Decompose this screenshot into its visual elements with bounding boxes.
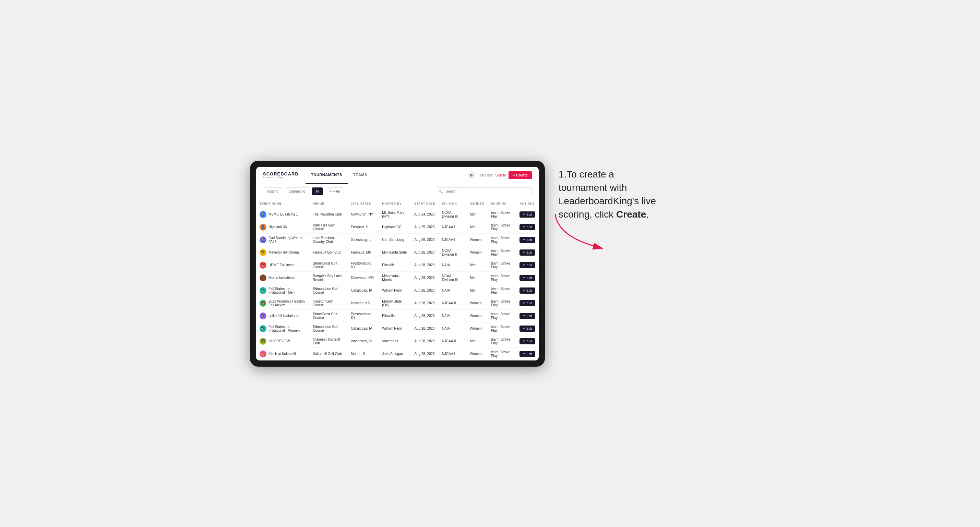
cell-actions: ✏ Edit xyxy=(516,297,539,310)
create-button[interactable]: + Create xyxy=(509,171,532,179)
cell-gender: Men xyxy=(466,335,488,348)
cell-city-state: Galesburg, IL xyxy=(347,233,379,246)
cell-start-date: Aug 25, 2023 xyxy=(411,221,439,233)
sign-in-link[interactable]: Sign In xyxy=(495,173,506,177)
cell-division: NCAA Division III xyxy=(439,271,466,284)
tab-tournaments[interactable]: TOURNAMENTS xyxy=(305,167,348,184)
tournaments-table: EVENT NAME VENUE CITY, STATE HOSTED BY S… xyxy=(256,199,539,360)
table-row: 👤 Highland 36 Park Hills Golf Course Fre… xyxy=(256,221,539,233)
col-gender: GENDER xyxy=(466,199,488,208)
cell-start-date: Aug 28, 2023 xyxy=(411,310,439,322)
cell-scoring: team, Stroke Play xyxy=(488,221,516,233)
edit-button[interactable]: ✏ Edit xyxy=(520,313,535,319)
cell-scoring: team, Stroke Play xyxy=(488,208,516,221)
cell-venue: StoneCrest Golf Course xyxy=(309,310,347,322)
app-header: SCOREBOARD Powered by Clipp TOURNAMENTS … xyxy=(256,167,539,184)
cell-scoring: team, Stroke Play xyxy=(488,259,516,271)
cell-scoring: team, Stroke Play xyxy=(488,284,516,297)
cell-venue: Faribault Golf Club xyxy=(309,246,347,259)
event-icon: 🐻 xyxy=(259,338,266,345)
cell-gender: Women xyxy=(466,297,488,310)
cell-city-state: Deerwood, MN xyxy=(347,271,379,284)
cell-venue: Edmundson Golf Course xyxy=(309,322,347,335)
competing-filter-button[interactable]: Competing xyxy=(285,187,309,195)
cell-division: NCAA Division III xyxy=(439,208,466,221)
filter-advanced-button[interactable]: ≡ Filter xyxy=(326,187,344,195)
edit-button[interactable]: ✏ Edit xyxy=(520,325,535,332)
edit-button[interactable]: ✏ Edit xyxy=(520,338,535,344)
cell-gender: Men xyxy=(466,271,488,284)
search-input[interactable] xyxy=(436,187,532,195)
edit-button[interactable]: ✏ Edit xyxy=(520,211,535,217)
cell-hosted-by: Carl Sandburg xyxy=(379,233,411,246)
cell-gender: Men xyxy=(466,259,488,271)
event-icon: 🐾 xyxy=(259,275,266,281)
cell-city-state: Freeport, IL xyxy=(347,221,379,233)
cell-gender: Men xyxy=(466,208,488,221)
cell-event-name: 🏌 MSMC Qualifying 1 xyxy=(256,208,309,221)
cell-city-state: Prestonsburg, KY xyxy=(347,259,379,271)
edit-button[interactable]: ✏ Edit xyxy=(520,224,535,230)
cell-gender: Women xyxy=(466,348,488,360)
col-hosted-by: HOSTED BY xyxy=(379,199,411,208)
edit-button[interactable]: ✏ Edit xyxy=(520,275,535,281)
cell-actions: ✏ Edit xyxy=(516,221,539,233)
table-row: 🦅 Fall Statesmen Invitational - Women Ed… xyxy=(256,322,539,335)
table-row: 🦅 upike fall invitational StoneCrest Gol… xyxy=(256,310,539,322)
edit-button[interactable]: ✏ Edit xyxy=(520,237,535,243)
cell-gender: Men xyxy=(466,221,488,233)
table-row: 🏌 MSMC Qualifying 1 The Powelton Club Ne… xyxy=(256,208,539,221)
col-start-date: START DATE xyxy=(411,199,439,208)
cell-actions: ✏ Edit xyxy=(516,284,539,297)
cell-start-date: Aug 28, 2023 xyxy=(411,322,439,335)
cell-start-date: Aug 28, 2023 xyxy=(411,246,439,259)
cell-event-name: 🐾 Morris Invitational xyxy=(256,271,309,284)
tablet-device: SCOREBOARD Powered by Clipp TOURNAMENTS … xyxy=(250,161,545,367)
cell-actions: ✏ Edit xyxy=(516,233,539,246)
table-row: 🐆 Klash at Kokopelli Kokopelli Golf Club… xyxy=(256,348,539,360)
cell-actions: ✏ Edit xyxy=(516,322,539,335)
cell-city-state: Marion, IL xyxy=(347,348,379,360)
search-icon: 🔍 xyxy=(439,189,443,193)
cell-event-name: 🦅 UPIKE Fall Invite xyxy=(256,259,309,271)
all-filter-button[interactable]: All xyxy=(312,187,323,195)
cell-division: NAIA xyxy=(439,322,466,335)
edit-button[interactable]: ✏ Edit xyxy=(520,300,535,306)
cell-division: NAIA xyxy=(439,310,466,322)
cell-division: NAIA xyxy=(439,259,466,271)
cell-venue: StoneCrest Golf Course xyxy=(309,259,347,271)
event-icon: 🐻 xyxy=(259,300,266,307)
cell-city-state: Oskaloosa, IA xyxy=(347,322,379,335)
cell-scoring: team, Stroke Play xyxy=(488,297,516,310)
edit-button[interactable]: ✏ Edit xyxy=(520,262,535,268)
col-division: DIVISION xyxy=(439,199,466,208)
gear-icon[interactable]: ⚙ xyxy=(468,171,475,179)
edit-button[interactable]: ✏ Edit xyxy=(520,351,535,357)
tablet-screen: SCOREBOARD Powered by Clipp TOURNAMENTS … xyxy=(256,167,539,360)
hosting-filter-button[interactable]: Hosting xyxy=(263,187,282,195)
tab-teams[interactable]: TEAMS xyxy=(348,167,373,184)
edit-button[interactable]: ✏ Edit xyxy=(520,287,535,294)
cell-division: NJCAA II xyxy=(439,335,466,348)
table-row: 🦅 UPIKE Fall Invite StoneCrest Golf Cour… xyxy=(256,259,539,271)
table-row: 🐾 Morris Invitational Ruttger's Bay Lake… xyxy=(256,271,539,284)
cell-hosted-by: Highland CC xyxy=(379,221,411,233)
cell-start-date: Aug 26, 2023 xyxy=(411,233,439,246)
cell-scoring: team, Stroke Play xyxy=(488,271,516,284)
cell-scoring: team, Stroke Play xyxy=(488,335,516,348)
event-icon: 🦅 xyxy=(259,325,266,332)
edit-button[interactable]: ✏ Edit xyxy=(520,249,535,256)
cell-gender: Women xyxy=(466,233,488,246)
arrow-icon xyxy=(552,211,606,252)
cell-division: NAIA xyxy=(439,284,466,297)
annotation-area: 1.To create a tournament with Leaderboar… xyxy=(558,161,662,259)
cell-start-date: Aug 28, 2023 xyxy=(411,271,439,284)
nav-tabs: TOURNAMENTS TEAMS xyxy=(305,167,373,184)
cell-city-state: Faribault, MN xyxy=(347,246,379,259)
col-city-state: CITY, STATE xyxy=(347,199,379,208)
event-icon: 🏌 xyxy=(259,237,266,243)
table-row: 🦅 Fall Statesmen Invitational - Men Edmu… xyxy=(256,284,539,297)
cell-event-name: 👤 Highland 36 xyxy=(256,221,309,233)
table-row: 🐻 2023 Women's Hesston Fall Kickoff Hess… xyxy=(256,297,539,310)
event-icon: 🐆 xyxy=(259,351,266,357)
